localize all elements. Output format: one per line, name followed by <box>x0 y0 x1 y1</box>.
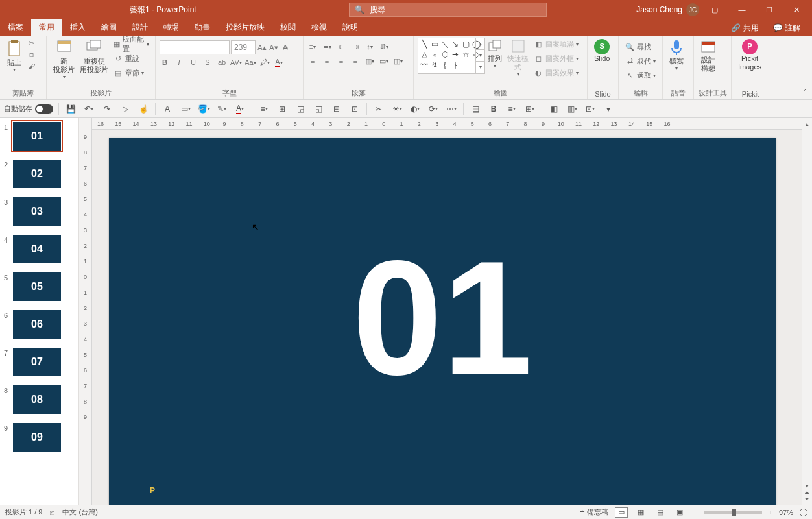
text-direction-icon[interactable]: ⇵▾ <box>379 42 389 52</box>
columns-icon[interactable]: ▥▾ <box>364 56 375 66</box>
textbox-icon[interactable]: A <box>161 103 174 115</box>
italic-icon[interactable]: I <box>174 57 184 67</box>
align-icon[interactable]: ≡▾ <box>257 103 270 115</box>
reset-button[interactable]: ↺重設 <box>111 52 151 65</box>
thumb-preview[interactable]: 05 <box>13 272 61 301</box>
align-left-icon[interactable]: ≡ <box>307 56 318 66</box>
thumbnail-item[interactable]: 606 <box>0 310 78 339</box>
select-button[interactable]: ↖選取▾ <box>623 69 658 82</box>
slide[interactable]: 01 P <box>109 138 776 505</box>
align-right-icon[interactable]: ≡ <box>336 56 346 66</box>
char-spacing-icon[interactable]: AV▾ <box>231 57 241 67</box>
bold2-icon[interactable]: B <box>487 103 500 115</box>
color-icon[interactable]: ◐▾ <box>409 103 422 115</box>
copy-icon[interactable]: ⧉ <box>26 49 36 60</box>
shadow-icon[interactable]: ab <box>217 57 227 67</box>
shape-outline2-icon[interactable]: ✎▾ <box>215 103 228 115</box>
dedent-icon[interactable]: ⇤ <box>336 42 346 52</box>
font-name-input[interactable] <box>160 40 230 54</box>
more-icon[interactable]: ⋯▾ <box>445 103 458 115</box>
shape-star-icon[interactable]: ☆ <box>461 50 470 59</box>
shape-arrow-icon[interactable]: ↘ <box>451 40 460 49</box>
replace-button[interactable]: ⇄取代▾ <box>623 54 658 67</box>
tab-review[interactable]: 校閱 <box>272 19 304 36</box>
tab-transitions[interactable]: 轉場 <box>156 19 187 36</box>
tab-view[interactable]: 檢視 <box>304 19 335 36</box>
normal-view-icon[interactable]: ▭ <box>615 507 628 518</box>
scroll-down-icon[interactable]: ▾ <box>806 483 809 489</box>
scroll-up-icon[interactable]: ▴ <box>806 121 809 127</box>
tab-animations[interactable]: 動畫 <box>187 19 218 36</box>
font-color2-icon[interactable]: A▾ <box>233 103 246 115</box>
shrink-font-icon[interactable]: A▾ <box>269 42 279 53</box>
thumbnail-item[interactable]: 707 <box>0 348 78 376</box>
from-beginning-icon[interactable]: ▷ <box>119 103 132 115</box>
size-icon[interactable]: ⊡▾ <box>584 103 597 115</box>
underline-icon[interactable]: U <box>188 57 198 67</box>
customize-qat-icon[interactable]: ▾ <box>602 103 615 115</box>
thumbnail-item[interactable]: 303 <box>0 197 78 226</box>
tab-home[interactable]: 常用 <box>31 19 62 36</box>
collapse-ribbon-icon[interactable]: ˄ <box>804 88 807 95</box>
shape-brace-r-icon[interactable]: } <box>451 60 460 69</box>
bold-icon[interactable]: B <box>160 57 170 67</box>
thumbnail-item[interactable]: 202 <box>0 160 78 188</box>
minimize-button[interactable]: — <box>730 0 754 19</box>
vertical-scrollbar[interactable]: ▴ ▾ ⏶ ⏷ <box>802 118 812 505</box>
shape-curve-icon[interactable]: 〰 <box>420 60 429 69</box>
clear-format-icon[interactable]: A̶ <box>280 42 291 53</box>
line-spacing-icon[interactable]: ↕▾ <box>364 42 375 52</box>
design-ideas-button[interactable]: 設計 構想 <box>698 38 719 74</box>
list2-icon[interactable]: ≡▾ <box>505 103 518 115</box>
shape-fill-button[interactable]: ◧圖案填滿▾ <box>531 38 580 51</box>
share-button[interactable]: 🔗 共用 <box>726 20 763 36</box>
tab-slideshow[interactable]: 投影片放映 <box>218 19 272 36</box>
redo-icon[interactable]: ↷ <box>101 103 113 115</box>
group-icon[interactable]: ⊞ <box>276 103 289 115</box>
notes-button[interactable]: ≐ 備忘稿 <box>579 507 608 517</box>
section-button[interactable]: ▤章節▾ <box>111 66 151 79</box>
shape-hex-icon[interactable]: ⬡ <box>440 50 449 59</box>
thumb-preview[interactable]: 07 <box>13 348 61 376</box>
paste-button[interactable]: 貼上▾ <box>4 38 25 75</box>
thumb-preview[interactable]: 02 <box>13 160 61 188</box>
layout-button[interactable]: ▦版面配置▾ <box>111 38 151 51</box>
zoom-slider[interactable] <box>704 511 762 514</box>
grow-font-icon[interactable]: A▴ <box>257 42 267 53</box>
slide-canvas-area[interactable]: 01 P ↖ <box>92 130 802 505</box>
zoom-level[interactable]: 97% <box>779 509 793 516</box>
gallery-up-icon[interactable]: ▴ <box>476 38 484 50</box>
send-backward-icon[interactable]: ◱ <box>312 103 325 115</box>
next-slide-icon[interactable]: ⏷ <box>804 496 810 502</box>
shape-line2-icon[interactable]: ＼ <box>440 40 449 49</box>
distribute-icon[interactable]: ⊡ <box>348 103 361 115</box>
change-case-icon[interactable]: Aa▾ <box>245 57 256 67</box>
align-center-icon[interactable]: ≡ <box>322 56 332 66</box>
prev-slide-icon[interactable]: ⏶ <box>804 489 810 496</box>
comments-button[interactable]: 💬 註解 <box>768 20 806 36</box>
pickit-button[interactable]: P Pickit Images <box>735 38 764 73</box>
save-icon[interactable]: 💾 <box>64 103 77 115</box>
language-status[interactable]: 中文 (台灣) <box>62 507 97 517</box>
find-button[interactable]: 🔍尋找 <box>623 40 658 53</box>
strike-icon[interactable]: S <box>202 57 213 67</box>
present-window-button[interactable]: ▢ <box>703 0 726 19</box>
shape-tri-icon[interactable]: △ <box>420 50 429 59</box>
reading-view-icon[interactable]: ▤ <box>654 507 667 518</box>
bullets-icon[interactable]: ≡▾ <box>307 42 318 52</box>
slido-button[interactable]: S Slido <box>591 38 612 64</box>
thumb-preview[interactable]: 09 <box>13 423 61 452</box>
shape-brace-l-icon[interactable]: { <box>440 60 449 69</box>
thumbnail-item[interactable]: 101 <box>0 122 78 151</box>
cut-icon[interactable]: ✂ <box>26 38 36 48</box>
quick-styles-button[interactable]: 快速樣 式▾ <box>505 38 531 79</box>
avatar[interactable]: JC <box>686 3 699 16</box>
tab-insert[interactable]: 插入 <box>62 19 93 36</box>
rotate-icon[interactable]: ⟳▾ <box>427 103 440 115</box>
merge-icon[interactable]: ◧ <box>547 103 560 115</box>
thumbnail-item[interactable]: 505 <box>0 272 78 301</box>
accessibility-icon[interactable]: ⏍ <box>50 509 54 516</box>
dictate-button[interactable]: 聽寫▾ <box>667 38 686 73</box>
shape-arrow-r-icon[interactable]: ⬨ <box>430 50 439 59</box>
selection-pane-icon[interactable]: ▤ <box>469 103 482 115</box>
